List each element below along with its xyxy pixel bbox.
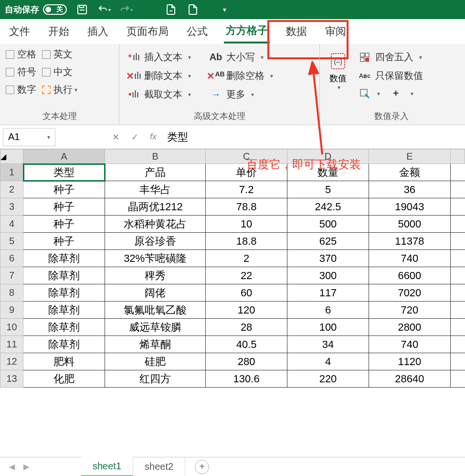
select-all-corner[interactable]: ◢ [0, 150, 23, 164]
tab-fangfanggezi[interactable]: 方方格子 [224, 20, 270, 43]
insert-text-button[interactable]: ⁺ılı插入文本▾ [125, 48, 193, 66]
cell[interactable]: 种子 [23, 198, 105, 216]
cell[interactable]: 10 [206, 216, 287, 233]
case-button[interactable]: Ab大小写▾ [207, 48, 275, 66]
file-icon[interactable] [164, 3, 178, 16]
cell[interactable]: 烯草酮 [105, 336, 206, 353]
cell[interactable]: 威远草铵膦 [105, 319, 206, 336]
cell[interactable]: 1120 [369, 353, 450, 370]
cell[interactable]: 7.2 [206, 181, 287, 198]
row-header[interactable]: 8 [0, 284, 23, 302]
cell[interactable]: 100 [287, 319, 369, 336]
cell[interactable] [450, 284, 465, 302]
col-header-E[interactable]: E [369, 150, 450, 164]
delete-text-button[interactable]: ✕ılı删除文本▾ [125, 66, 193, 85]
cell[interactable]: 60 [206, 284, 287, 302]
tab-data[interactable]: 数据 [284, 21, 309, 43]
cell[interactable] [450, 370, 465, 388]
col-header-B[interactable]: B [105, 150, 206, 164]
cell[interactable] [450, 164, 465, 181]
checkbox-space[interactable]: 空格 [6, 48, 36, 61]
cell[interactable] [450, 181, 465, 198]
keep-value-button[interactable]: Aʙc只保留数值 [356, 66, 425, 85]
cell[interactable]: 740 [369, 250, 450, 267]
tab-review[interactable]: 审阅 [323, 21, 348, 43]
plus-icon[interactable]: + [393, 88, 399, 99]
cell[interactable]: 242.5 [287, 198, 369, 216]
cell[interactable] [450, 336, 465, 353]
cell[interactable]: 6 [287, 302, 369, 319]
cell[interactable]: 2 [206, 250, 287, 267]
cell[interactable]: 130.6 [206, 370, 287, 388]
cell[interactable]: 2800 [369, 319, 450, 336]
cell[interactable]: 晶两优1212 [105, 198, 206, 216]
cell[interactable]: 40.5 [206, 336, 287, 353]
row-header[interactable]: 5 [0, 233, 23, 250]
cell[interactable]: 种子 [23, 216, 105, 233]
row-header[interactable]: 12 [0, 353, 23, 370]
customize-qat-icon[interactable]: ▾ [218, 3, 231, 16]
tab-home[interactable]: 开始 [46, 21, 71, 43]
cell[interactable]: 5 [287, 181, 369, 198]
cell[interactable] [450, 353, 465, 370]
cell[interactable]: 水稻种黄花占 [105, 216, 206, 233]
cell[interactable]: 原谷珍香 [105, 233, 206, 250]
row-header[interactable]: 2 [0, 181, 23, 198]
checkbox-number[interactable]: 数字 [6, 83, 36, 96]
row-header[interactable]: 10 [0, 319, 23, 336]
row-header[interactable]: 7 [0, 267, 23, 284]
cell[interactable]: 稗秀 [105, 267, 206, 284]
cell[interactable]: 32%苄嘧磺隆 [105, 250, 206, 267]
cell[interactable] [450, 302, 465, 319]
tab-formulas[interactable]: 公式 [185, 21, 210, 43]
cell[interactable]: 除草剂 [23, 302, 105, 319]
cell[interactable]: 氯氟吡氧乙酸 [105, 302, 206, 319]
tab-insert[interactable]: 插入 [85, 21, 110, 43]
cell[interactable]: 280 [206, 353, 287, 370]
cell[interactable] [450, 216, 465, 233]
sheet-tab-2[interactable]: sheet2 [133, 457, 185, 476]
cell[interactable]: 500 [287, 216, 369, 233]
cell[interactable]: 种子 [23, 233, 105, 250]
cell[interactable]: 19043 [369, 198, 450, 216]
col-header-F[interactable] [450, 150, 465, 164]
cell[interactable]: 阔佬 [105, 284, 206, 302]
cell[interactable] [450, 267, 465, 284]
cell[interactable]: 34 [287, 336, 369, 353]
sheet-nav-prev[interactable]: ◀ [5, 462, 19, 471]
cell[interactable]: 除草剂 [23, 267, 105, 284]
cell[interactable]: 硅肥 [105, 353, 206, 370]
cell[interactable]: 120 [206, 302, 287, 319]
toggle-switch[interactable]: 关 [43, 4, 67, 15]
cell[interactable]: 22 [206, 267, 287, 284]
undo-icon[interactable]: ▾ [97, 3, 111, 16]
cell[interactable]: 除草剂 [23, 284, 105, 302]
tab-layout[interactable]: 页面布局 [125, 21, 170, 43]
tab-file[interactable]: 文件 [7, 21, 32, 43]
cell[interactable]: 种子 [23, 181, 105, 198]
chevron-down-icon[interactable]: ▾ [47, 134, 50, 141]
autosave-toggle[interactable]: 自动保存 关 [5, 4, 67, 15]
more-button[interactable]: →更多▾ [207, 85, 275, 104]
cell[interactable]: 5000 [369, 216, 450, 233]
row-header[interactable]: 11 [0, 336, 23, 353]
cell[interactable]: 220 [287, 370, 369, 388]
checkbox-symbol[interactable]: 符号 [6, 65, 36, 78]
cell[interactable]: 7020 [369, 284, 450, 302]
sheet-nav-next[interactable]: ▶ [19, 462, 33, 471]
cell[interactable]: 370 [287, 250, 369, 267]
cell[interactable]: 金额 [369, 164, 450, 181]
cell[interactable]: 11378 [369, 233, 450, 250]
row-header[interactable]: 4 [0, 216, 23, 233]
formula-input[interactable] [162, 128, 465, 146]
row-header[interactable]: 3 [0, 198, 23, 216]
cell[interactable]: 28640 [369, 370, 450, 388]
cell[interactable]: 除草剂 [23, 250, 105, 267]
execute-button[interactable]: 执行▾ [42, 83, 77, 96]
col-header-A[interactable]: A [23, 150, 105, 164]
checkbox-english[interactable]: 英文 [42, 48, 73, 61]
cell[interactable]: 产品 [105, 164, 206, 181]
cell[interactable]: 18.8 [206, 233, 287, 250]
confirm-icon[interactable]: ✓ [125, 132, 144, 142]
cell[interactable]: 化肥 [23, 370, 105, 388]
